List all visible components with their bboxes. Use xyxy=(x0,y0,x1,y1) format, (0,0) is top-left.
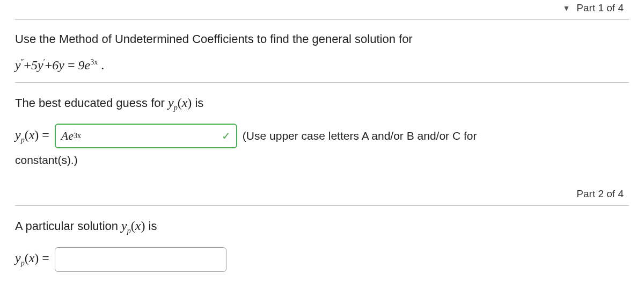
part1-header: ▼ Part 1 of 4 xyxy=(15,0,629,20)
hint-line2: constant(s).) xyxy=(15,154,629,167)
part2-answer-section: A particular solution yp(x) is yp(x) = xyxy=(15,206,629,281)
part1-answer-section: The best educated guess for yp(x) is yp(… xyxy=(15,83,629,176)
part1-answer-input[interactable]: Ae3x ✓ xyxy=(55,124,237,148)
question-text: Use the Method of Undetermined Coefficie… xyxy=(15,30,629,48)
guess-prompt: The best educated guess for yp(x) is xyxy=(15,92,629,114)
yp-equals-label: yp(x) = xyxy=(15,128,49,145)
yp-equals-label-2: yp(x) = xyxy=(15,251,49,268)
checkmark-icon: ✓ xyxy=(222,130,231,142)
collapse-triangle-icon[interactable]: ▼ xyxy=(562,4,570,12)
part2-label: Part 2 of 4 xyxy=(576,188,624,199)
hint-line1: (Use upper case letters A and/or B and/o… xyxy=(243,130,477,142)
part1-label: Part 1 of 4 xyxy=(576,2,624,14)
part2-prompt: A particular solution yp(x) is xyxy=(15,215,629,237)
part1-question-section: Use the Method of Undetermined Coefficie… xyxy=(15,20,629,83)
part2-header: Part 2 of 4 xyxy=(15,176,629,206)
differential-equation: y″+5y′+6y = 9e3x . xyxy=(15,58,629,73)
part2-answer-input[interactable] xyxy=(55,247,226,272)
